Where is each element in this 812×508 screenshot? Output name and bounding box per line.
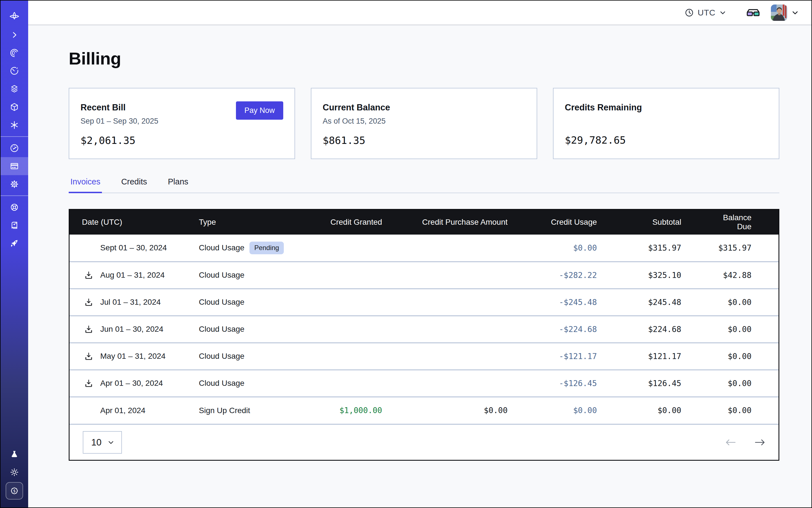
- page-size-select[interactable]: 10: [83, 431, 122, 454]
- sidebar-item-monitor[interactable]: [1, 44, 28, 62]
- sidebar-collapse-button[interactable]: [1, 26, 28, 44]
- rewards-dollar-badge-icon: $: [9, 486, 19, 496]
- invoice-row: May 01 – 31, 2024Cloud Usage-$121.17$121…: [70, 343, 778, 370]
- download-placeholder: [84, 243, 93, 253]
- invoice-date: Jul 01 – 31, 2024: [100, 298, 161, 307]
- main-area: UTC: [28, 1, 811, 507]
- credit_granted-cell: [325, 262, 409, 289]
- download-invoice-button[interactable]: [84, 270, 93, 280]
- 3d-glasses-icon: [746, 8, 760, 17]
- credit_usage-cell: -$126.45: [535, 370, 624, 397]
- topbar: UTC: [28, 1, 811, 25]
- download-invoice-button[interactable]: [84, 297, 93, 307]
- credit_purchase-cell: [409, 289, 535, 316]
- balance_due-cell: $0.00: [709, 316, 778, 343]
- arrow-right-icon: [754, 438, 766, 447]
- subtotal-cell: $0.00: [624, 397, 709, 424]
- sidebar-item-services[interactable]: [1, 116, 28, 134]
- credit_usage-cell: -$224.68: [535, 316, 624, 343]
- invoice-date: Jun 01 – 30, 2024: [100, 325, 163, 334]
- download-placeholder: [84, 406, 93, 415]
- credit_purchase-cell: [409, 262, 535, 289]
- sidebar-item-billing[interactable]: [1, 157, 28, 175]
- sidebar-item-docs[interactable]: [1, 216, 28, 234]
- sidebar-item-theme[interactable]: [1, 464, 28, 480]
- docs-book-icon: [9, 220, 19, 230]
- billing-page: Billing Recent Bill Sep 01 – Sep 30, 202…: [28, 25, 811, 490]
- download-icon: [84, 297, 93, 307]
- tab-plans[interactable]: Plans: [166, 177, 190, 193]
- chevron-right-icon: [9, 30, 19, 40]
- invoice-date: Apr 01 – 30, 2024: [100, 379, 163, 388]
- subtotal-cell: $224.68: [624, 316, 709, 343]
- invoice-type: Cloud Usage: [199, 325, 244, 334]
- credit_purchase-cell: [409, 316, 535, 343]
- previous-page-button[interactable]: [724, 438, 737, 447]
- download-invoice-button[interactable]: [84, 325, 93, 334]
- sidebar-divider: [1, 196, 28, 196]
- invoice-date-cell: Aug 01 – 31, 2024: [70, 262, 199, 289]
- summary-cards: Recent Bill Sep 01 – Sep 30, 2025 $2,061…: [69, 88, 779, 159]
- app-window: $ UTC: [0, 0, 812, 508]
- sidebar-item-support[interactable]: [1, 198, 28, 216]
- download-icon: [84, 378, 93, 388]
- download-invoice-button[interactable]: [84, 378, 93, 388]
- sidebar-item-settings[interactable]: [1, 175, 28, 193]
- credit_granted-cell: [325, 370, 409, 397]
- balance_due-cell: $0.00: [709, 289, 778, 316]
- avatar[interactable]: [771, 4, 787, 21]
- layers-icon: [9, 84, 19, 94]
- credit_usage-cell: -$121.17: [535, 343, 624, 370]
- theme-sun-icon: [9, 467, 19, 477]
- current-balance-card: Current Balance As of Oct 15, 2025 $861.…: [311, 88, 537, 159]
- demo-glasses-button[interactable]: [746, 8, 760, 17]
- pagination-arrows: [724, 438, 766, 447]
- tab-invoices[interactable]: Invoices: [69, 177, 102, 193]
- account-menu-button[interactable]: [791, 9, 799, 16]
- tab-credits[interactable]: Credits: [119, 177, 149, 193]
- pay-now-button[interactable]: Pay Now: [236, 101, 283, 120]
- sidebar-item-history[interactable]: [1, 62, 28, 80]
- invoice-date-cell: Jul 01 – 31, 2024: [70, 289, 199, 316]
- svg-text:$: $: [13, 489, 16, 493]
- sidebar-item-credits-reward[interactable]: $: [6, 482, 23, 500]
- asterisk-icon: [9, 120, 19, 130]
- logo[interactable]: [1, 8, 28, 26]
- card-title: Current Balance: [323, 102, 525, 113]
- credit_usage-cell: $0.00: [535, 397, 624, 424]
- rocket-icon: [9, 239, 19, 248]
- invoice-date-cell: Apr 01 – 30, 2024: [70, 370, 199, 397]
- sidebar-item-packages[interactable]: [1, 98, 28, 116]
- sidebar-item-experiments[interactable]: [1, 446, 28, 462]
- invoice-type: Cloud Usage: [199, 243, 244, 252]
- recent-bill-amount: $2,061.35: [81, 135, 283, 146]
- experiments-flask-icon: [10, 450, 19, 459]
- invoice-row: Jun 01 – 30, 2024Cloud Usage-$224.68$224…: [70, 316, 778, 343]
- invoice-type: Sign Up Credit: [199, 406, 250, 415]
- credit_granted-cell: [325, 343, 409, 370]
- sidebar-item-layers[interactable]: [1, 80, 28, 98]
- timezone-selector[interactable]: UTC: [683, 8, 728, 18]
- subtotal-cell: $245.48: [624, 289, 709, 316]
- invoice-type-cell: Cloud Usage: [199, 343, 325, 370]
- invoice-row: Aug 01 – 31, 2024Cloud Usage-$282.22$325…: [70, 262, 778, 289]
- download-invoice-button[interactable]: [84, 351, 93, 361]
- invoice-type: Cloud Usage: [199, 298, 244, 307]
- settings-gear-icon: [9, 179, 19, 189]
- history-clock-icon: [9, 66, 19, 76]
- chevron-down-icon: [791, 9, 799, 16]
- sidebar-item-usage[interactable]: [1, 139, 28, 157]
- status-badge: Pending: [250, 242, 284, 254]
- billing-card-icon: [9, 161, 19, 171]
- sidebar-item-getting-started[interactable]: [1, 234, 28, 252]
- invoices-table: Date (UTC)TypeCredit GrantedCredit Purch…: [70, 210, 778, 424]
- next-page-button[interactable]: [754, 438, 766, 447]
- invoice-type-cell: Cloud Usage: [199, 289, 325, 316]
- focus-spiral-icon: [9, 48, 19, 58]
- invoice-date: May 01 – 31, 2024: [100, 352, 166, 361]
- sidebar: $: [1, 1, 28, 507]
- subtotal-cell: $126.45: [624, 370, 709, 397]
- chevron-down-icon: [719, 9, 726, 16]
- balance_due-cell: $315.97: [709, 235, 778, 262]
- credit_purchase-cell: [409, 370, 535, 397]
